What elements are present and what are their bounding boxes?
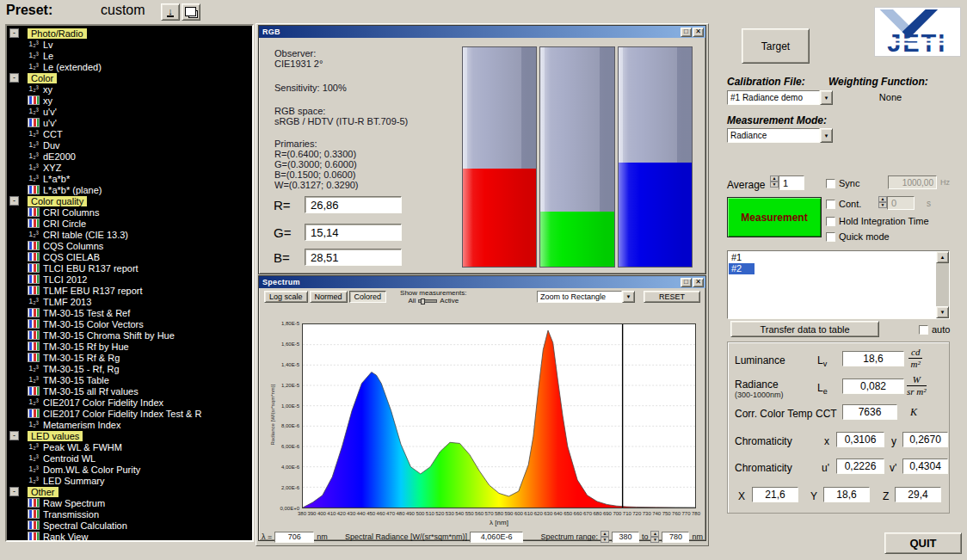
tree-item[interactable]: 1₂³CRI table (CIE 13.3) [7,229,252,240]
scroll-up-icon[interactable]: ▲ [936,251,949,263]
sync-checkbox[interactable]: Sync [826,178,859,188]
tree-item[interactable]: 1₂³XYZ [7,162,252,173]
tree-item[interactable]: 1₂³xy [7,83,252,95]
tree-group-row[interactable]: -Other [7,486,252,497]
measurement-mode-dropdown[interactable]: Radiance ▼ [727,128,833,143]
dropdown-arrow-icon[interactable]: ▼ [622,291,635,303]
tree-item[interactable]: L*a*b* (plane) [7,184,252,195]
range-to-field[interactable]: 780 [662,532,689,543]
tree-item[interactable]: 1₂³TM-30-15 - Rf, Rg [7,363,252,374]
reset-button[interactable]: RESET [644,291,700,303]
collapse-icon[interactable]: - [9,431,19,440]
tree-item[interactable]: 1₂³Dom.WL & Color Purity [7,464,252,475]
quick-mode-checkbox[interactable]: Quick mode [826,231,890,242]
close-icon[interactable]: ✕ [693,28,704,37]
tree-item[interactable]: 1₂³Metamerism Index [7,419,252,430]
rgb-titlebar[interactable]: RGB □ ✕ [259,26,705,38]
dropdown-arrow-icon[interactable]: ▼ [820,90,833,105]
zoom-mode-dropdown[interactable]: Zoom to Rectangle ▼ [537,291,635,303]
collapse-icon[interactable]: - [9,196,19,206]
transfer-data-button[interactable]: Transfer data to table [730,321,879,337]
auto-checkbox[interactable]: auto [919,324,950,335]
tree-item[interactable]: TM-30-15 Rf & Rg [7,352,252,363]
tree-group-header[interactable]: Other [28,487,59,497]
tree-group-row[interactable]: -Color quality [7,195,252,206]
measurement-list-item[interactable]: #2 [729,263,755,274]
tree-item[interactable]: 1₂³TM-30-15 Table [7,374,252,385]
tree-item[interactable]: TM-30-15 Rf by Hue [7,341,252,352]
checkbox-box[interactable] [826,217,835,226]
tree-item[interactable]: CRI Columns [7,206,252,218]
spin-up-icon[interactable]: ▲ [601,531,609,537]
tree-item[interactable]: u'v' [7,117,252,128]
tree-item[interactable]: TM-30-15 all Rf values [7,385,252,397]
tree-item[interactable]: 1₂³CCT [7,128,252,139]
log-scale-button[interactable]: Log scale [264,291,308,303]
maximize-icon[interactable]: □ [681,278,692,287]
tree-item[interactable]: 1₂³Le (extended) [7,61,252,72]
calibration-file-dropdown[interactable]: #1 Radiance demo ▼ [727,90,833,105]
spin-up-icon[interactable]: ▲ [878,196,887,202]
tree-group-header[interactable]: Color quality [28,196,87,206]
tree-item[interactable]: 1₂³L*a*b* [7,173,252,184]
lambda-field[interactable]: 706 [274,532,314,543]
all-active-slider[interactable] [418,299,437,303]
tree-item[interactable]: CQS CIELAB [7,251,252,262]
spin-up-icon[interactable]: ▲ [770,175,779,182]
scroll-down-icon[interactable]: ▼ [936,306,949,318]
tree-group-row[interactable]: -Photo/Radio [7,28,252,39]
collapse-icon[interactable]: - [9,487,19,496]
collapse-icon[interactable]: - [9,28,19,38]
range-to-spinner[interactable]: ▲▼ [650,531,659,543]
checkbox-box[interactable] [826,200,835,209]
tree-item[interactable]: xy [7,95,252,106]
preset-value[interactable]: custom [101,3,145,18]
collapse-icon[interactable]: - [9,73,19,83]
tree-group-header[interactable]: Photo/Radio [28,28,87,39]
measurement-list-item[interactable]: #1 [729,252,935,263]
tree-item[interactable]: TM-30-15 Test & Ref [7,307,252,318]
normed-button[interactable]: Normed [310,291,348,303]
hold-integration-checkbox[interactable]: Hold Integration Time [826,216,929,226]
tree-item[interactable]: Spectral Calculation [7,520,252,531]
tree-group-row[interactable]: -LED values [7,430,252,441]
quit-button[interactable]: QUIT [884,532,962,554]
maximize-icon[interactable]: □ [681,28,692,37]
average-field[interactable]: 1 [779,175,804,190]
tree-group-header[interactable]: LED values [28,431,83,441]
colored-button[interactable]: Colored [349,291,387,303]
tree-item[interactable]: TM-30-15 Chroma Shift by Hue [7,329,252,341]
checkbox-box[interactable] [919,325,928,335]
checkbox-box[interactable] [826,232,835,242]
cont-spinner[interactable]: ▲▼ 0 [878,196,915,210]
tree-item[interactable]: 1₂³Le [7,50,252,61]
measurement-tree[interactable]: -Photo/Radio1₂³Lv1₂³Le1₂³Le (extended)-C… [5,24,254,542]
tree-item[interactable]: Raw Spectrum [7,497,252,508]
tree-item[interactable]: CIE2017 Color Fidelity Index Test & R [7,408,252,419]
listbox-items[interactable]: #1#2 [729,252,935,317]
tree-item[interactable]: 1₂³Lv [7,39,252,50]
cont-checkbox[interactable]: Cont. [826,199,861,209]
spin-down-icon[interactable]: ▼ [770,182,779,188]
dropdown-arrow-icon[interactable]: ▼ [820,128,833,143]
checkbox-box[interactable] [826,179,835,188]
spin-up-icon[interactable]: ▲ [650,531,659,537]
measurement-button[interactable]: Measurement [727,197,822,237]
slider-thumb[interactable] [421,298,425,305]
range-from-spinner[interactable]: ▲▼ [601,531,609,543]
tree-item[interactable]: 1₂³dE2000 [7,151,252,162]
tree-group-row[interactable]: -Color [7,72,252,83]
spin-down-icon[interactable]: ▼ [650,537,659,543]
target-button[interactable]: Target [742,28,810,64]
tree-item[interactable]: 1₂³Peak WL & FWHM [7,441,252,452]
tree-item[interactable]: 1₂³Centroid WL [7,452,252,464]
tree-item[interactable]: CQS Columns [7,240,252,251]
spectrum-plot[interactable] [302,323,696,508]
measurement-listbox[interactable]: #1#2 ▲ ▼ [727,250,950,319]
average-spinner[interactable]: ▲▼ 1 [770,175,804,190]
tree-item[interactable]: CRI Circle [7,218,252,229]
load-preset-button[interactable]: ↓ [161,3,180,21]
tree-item[interactable]: 1₂³Duv [7,139,252,151]
spectrum-titlebar[interactable]: Spectrum □ ✕ [259,276,705,288]
tree-item[interactable]: 1₂³u'v' [7,106,252,117]
